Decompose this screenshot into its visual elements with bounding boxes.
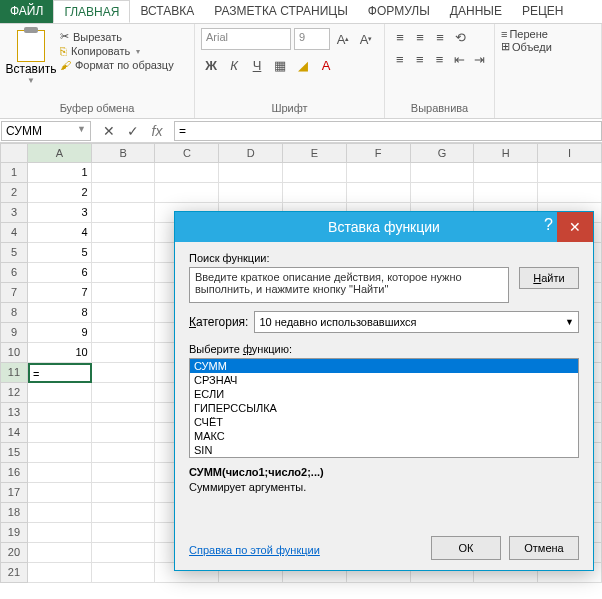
align-bottom-icon[interactable]: ≡ [431, 28, 449, 46]
cell[interactable] [28, 403, 92, 423]
cell[interactable] [411, 183, 475, 203]
align-right-icon[interactable]: ≡ [431, 50, 449, 68]
row-header[interactable]: 12 [0, 383, 28, 403]
cell[interactable] [92, 323, 156, 343]
row-header[interactable]: 15 [0, 443, 28, 463]
cell[interactable] [92, 363, 156, 383]
underline-button[interactable]: Ч [247, 54, 267, 76]
row-header[interactable]: 19 [0, 523, 28, 543]
cell[interactable] [92, 183, 156, 203]
cell[interactable] [28, 423, 92, 443]
function-list-item[interactable]: СУММ [190, 359, 578, 373]
tab-page-layout[interactable]: РАЗМЕТКА СТРАНИЦЫ [204, 0, 358, 23]
cell[interactable] [474, 183, 538, 203]
italic-button[interactable]: К [224, 54, 244, 76]
function-list-item[interactable]: СРЗНАЧ [190, 373, 578, 387]
column-header[interactable]: H [474, 143, 538, 163]
row-header[interactable]: 2 [0, 183, 28, 203]
align-left-icon[interactable]: ≡ [391, 50, 409, 68]
orientation-icon[interactable]: ⟲ [451, 28, 469, 46]
cell[interactable] [92, 343, 156, 363]
decrease-font-icon[interactable]: A▾ [356, 28, 376, 50]
function-list-item[interactable]: ГИПЕРССЫЛКА [190, 401, 578, 415]
cell[interactable] [347, 183, 411, 203]
align-top-icon[interactable]: ≡ [391, 28, 409, 46]
row-header[interactable]: 5 [0, 243, 28, 263]
border-button[interactable]: ▦ [270, 54, 290, 76]
cell[interactable] [538, 183, 602, 203]
accept-formula-icon[interactable]: ✓ [124, 123, 142, 139]
tab-data[interactable]: ДАННЫЕ [440, 0, 512, 23]
align-middle-icon[interactable]: ≡ [411, 28, 429, 46]
search-input[interactable]: Введите краткое описание действия, котор… [189, 267, 509, 303]
cell[interactable] [92, 523, 156, 543]
cell[interactable] [92, 303, 156, 323]
cell[interactable] [92, 203, 156, 223]
row-header[interactable]: 14 [0, 423, 28, 443]
cancel-button[interactable]: Отмена [509, 536, 579, 560]
cell[interactable] [92, 263, 156, 283]
cell[interactable]: 9 [28, 323, 92, 343]
cell[interactable] [28, 463, 92, 483]
row-header[interactable]: 18 [0, 503, 28, 523]
cell[interactable] [92, 483, 156, 503]
indent-decrease-icon[interactable]: ⇤ [450, 50, 468, 68]
cell[interactable]: 8 [28, 303, 92, 323]
category-select[interactable]: 10 недавно использовавшихся ▼ [254, 311, 579, 333]
row-header[interactable]: 20 [0, 543, 28, 563]
help-icon[interactable]: ? [544, 216, 553, 234]
dialog-titlebar[interactable]: Вставка функции ? ✕ [175, 212, 593, 242]
cut-button[interactable]: ✂Вырезать [60, 30, 174, 43]
row-header[interactable]: 7 [0, 283, 28, 303]
cell[interactable] [92, 503, 156, 523]
cell[interactable] [347, 163, 411, 183]
column-header[interactable]: I [538, 143, 602, 163]
copy-button[interactable]: ⎘Копировать▾ [60, 45, 174, 57]
row-header[interactable]: 11 [0, 363, 28, 383]
cell[interactable] [92, 403, 156, 423]
function-list-item[interactable]: СЧЁТ [190, 415, 578, 429]
row-header[interactable]: 16 [0, 463, 28, 483]
tab-formulas[interactable]: ФОРМУЛЫ [358, 0, 440, 23]
formula-input[interactable]: = [174, 121, 602, 141]
cell[interactable] [92, 463, 156, 483]
cell[interactable] [92, 283, 156, 303]
cell[interactable] [92, 563, 156, 583]
cell[interactable] [28, 523, 92, 543]
cell[interactable] [92, 543, 156, 563]
format-painter-button[interactable]: 🖌Формат по образцу [60, 59, 174, 71]
row-header[interactable]: 9 [0, 323, 28, 343]
column-header[interactable]: F [347, 143, 411, 163]
row-header[interactable]: 21 [0, 563, 28, 583]
align-center-icon[interactable]: ≡ [411, 50, 429, 68]
cell[interactable] [28, 443, 92, 463]
cell[interactable]: 2 [28, 183, 92, 203]
tab-review[interactable]: РЕЦЕН [512, 0, 574, 23]
column-header[interactable]: G [411, 143, 475, 163]
tab-insert[interactable]: ВСТАВКА [130, 0, 204, 23]
row-header[interactable]: 13 [0, 403, 28, 423]
column-header[interactable]: B [92, 143, 156, 163]
column-header[interactable]: C [155, 143, 219, 163]
cell[interactable] [283, 163, 347, 183]
row-header[interactable]: 6 [0, 263, 28, 283]
merge-button[interactable]: ⊞Объеди [501, 40, 595, 53]
cell[interactable] [155, 163, 219, 183]
fx-icon[interactable]: fx [148, 123, 166, 139]
cell[interactable]: 7 [28, 283, 92, 303]
cell[interactable]: 3 [28, 203, 92, 223]
row-header[interactable]: 3 [0, 203, 28, 223]
cell[interactable]: 10 [28, 343, 92, 363]
cell[interactable] [28, 543, 92, 563]
cell[interactable]: 6 [28, 263, 92, 283]
function-list-item[interactable]: МАКС [190, 429, 578, 443]
font-size-select[interactable]: 9 [294, 28, 330, 50]
column-header[interactable]: D [219, 143, 283, 163]
find-button[interactable]: Найти [519, 267, 579, 289]
indent-increase-icon[interactable]: ⇥ [470, 50, 488, 68]
cell[interactable] [92, 243, 156, 263]
cell[interactable] [283, 183, 347, 203]
cell[interactable] [92, 223, 156, 243]
tab-file[interactable]: ФАЙЛ [0, 0, 53, 23]
function-list[interactable]: СУММСРЗНАЧЕСЛИГИПЕРССЫЛКАСЧЁТМАКСSIN [189, 358, 579, 458]
